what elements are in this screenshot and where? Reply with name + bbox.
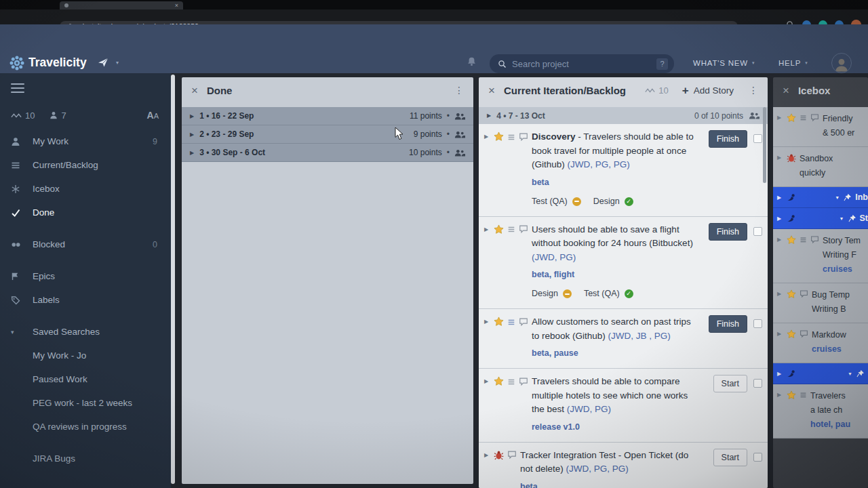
user-avatar[interactable] [831,53,852,73]
start-button[interactable]: Start [713,449,747,466]
start-button[interactable]: Start [713,375,747,392]
travelicity-logo-icon[interactable] [9,56,24,70]
add-story-button[interactable]: + Add Story [682,85,734,96]
done-iteration-row[interactable]: ▶ 3 • 30 Sep - 6 Oct 10 points • [182,144,473,162]
expand-caret-icon[interactable]: ▶ [777,392,783,398]
expand-caret-icon[interactable]: ▶ [777,331,783,337]
expand-caret-icon[interactable]: ▶ [484,319,490,325]
hamburger-icon[interactable] [11,83,24,93]
expand-caret-icon[interactable]: ▶ [484,134,490,140]
panel-scrollbar[interactable] [763,107,766,183]
close-icon[interactable]: × [191,85,198,96]
finish-button[interactable]: Finish [709,130,747,148]
story-labels[interactable]: beta, flight [532,268,694,281]
estimate-icon [800,391,807,399]
expand-caret-icon[interactable]: ▶ [190,150,194,156]
more-options-icon[interactable]: ⋮ [749,85,758,96]
expand-caret-icon[interactable]: ▶ [777,216,783,222]
close-icon[interactable]: × [783,85,789,96]
story-card[interactable]: ▶ Allow customers to search on past trip… [479,309,768,369]
expand-caret-icon[interactable]: ▶ [777,291,783,297]
expand-caret-icon[interactable]: ▶ [777,195,783,201]
close-icon[interactable]: × [488,85,495,96]
icebox-release-row-selected[interactable]: ▶ ▼ Inb [773,187,868,208]
panel-velocity[interactable]: 10 [645,85,668,96]
people-icon[interactable] [454,113,465,120]
story-labels[interactable]: beta [532,176,694,189]
notifications-bell-icon[interactable] [467,56,477,66]
story-title: Friendly & 500 er [823,112,868,140]
story-checkbox[interactable] [753,379,762,388]
sidebar-item-epics[interactable]: Epics [0,264,171,288]
finish-button[interactable]: Finish [709,223,747,241]
sidebar-item-blocked[interactable]: Blocked 0 [0,232,171,256]
whats-new-menu[interactable]: WHAT'S NEW ▾ [693,59,755,67]
saved-searches-header[interactable]: ▾ Saved Searches [0,320,171,344]
expand-caret-icon[interactable]: ▶ [190,131,194,138]
icebox-release-row-selected[interactable]: ▶ ▼ St [773,208,868,229]
expand-caret-icon[interactable]: ▶ [484,452,490,458]
sidebar-item-done[interactable]: Done [0,201,171,224]
members-stat[interactable]: 7 [50,110,66,121]
icebox-story-row[interactable]: ▶ Bug Temp Writing B [773,283,868,323]
velocity-stat[interactable]: 10 [11,110,35,121]
icebox-story-row[interactable]: ▶ Friendly & 500 er [773,107,868,147]
icebox-release-row-selected[interactable]: ▶ ▼ [773,363,868,384]
sidebar-item-current-backlog[interactable]: Current/Backlog [0,153,171,177]
expand-caret-icon[interactable]: ▶ [190,113,194,119]
story-checkbox[interactable] [753,227,762,236]
search-icon [498,60,507,68]
icebox-story-row[interactable]: ▶ Sandbox quickly [773,147,868,187]
icebox-story-row[interactable]: ▶ Travelers a late ch hotel, pau [773,384,868,439]
story-card[interactable]: ▶ Tracker Integration Test - Open Ticket… [479,443,768,488]
people-icon[interactable] [749,112,760,119]
expand-caret-icon[interactable]: ▶ [777,371,783,377]
more-options-icon[interactable]: ⋮ [454,85,464,96]
help-menu[interactable]: HELP ▾ [778,59,808,67]
search-input[interactable] [512,59,651,69]
saved-search-item[interactable]: PEG work - last 2 weeks [0,391,171,415]
tab-close-icon[interactable]: × [175,3,178,9]
story-checkbox[interactable] [753,134,762,143]
saved-search-item[interactable]: Paused Work [0,367,171,391]
saved-search-item[interactable]: QA reviews in progress [0,415,171,439]
expand-caret-icon[interactable]: ▶ [484,378,490,384]
story-labels[interactable]: cruises [823,262,868,277]
project-title[interactable]: Travelicity [28,56,87,70]
story-labels[interactable]: hotel, pau [810,418,868,432]
story-card[interactable]: ▶ Discovery - Travelers should be able t… [479,124,768,217]
sidebar: 10 7 AA My Work 9 Current/Backlog [0,73,171,488]
saved-search-item[interactable]: My Work - Jo [0,344,171,367]
story-checkbox[interactable] [753,319,762,328]
saved-search-item[interactable]: JIRA Bugs [0,447,171,470]
story-checkbox[interactable] [753,453,762,462]
sidebar-item-my-work[interactable]: My Work 9 [0,129,171,153]
browser-tab[interactable]: × [60,1,183,9]
story-labels[interactable]: beta, pause [532,347,694,360]
sidebar-scrollbar[interactable] [171,75,175,484]
sidebar-item-labels[interactable]: Labels [0,288,171,312]
expand-caret-icon[interactable]: ▶ [484,226,490,232]
text-size-control[interactable]: AA [147,110,159,121]
project-search[interactable]: ? [490,54,674,73]
expand-caret-icon[interactable]: ▶ [777,115,783,121]
done-iteration-row[interactable]: ▶ 2 • 23 - 29 Sep 9 points • [182,125,473,144]
story-card[interactable]: ▶ Users should be able to save a flight … [479,217,768,310]
sidebar-item-icebox[interactable]: Icebox [0,177,171,201]
expand-caret-icon[interactable]: ▶ [487,113,491,119]
story-labels[interactable]: release v1.0 [532,421,694,434]
people-icon[interactable] [454,149,465,157]
people-icon[interactable] [454,131,465,138]
icebox-story-row[interactable]: ▶ Markdow cruises [773,323,868,363]
icebox-story-row[interactable]: ▶ Story Tem Writing F cruises [773,229,868,283]
story-labels[interactable]: cruises [812,342,868,357]
iteration-header-row[interactable]: ▶ 4 • 7 - 13 Oct 0 of 10 points [479,107,768,124]
done-iteration-row[interactable]: ▶ 1 • 16 - 22 Sep 11 points • [182,107,473,125]
pivotal-tracker-app: × pivotaltracker.com/n/projects/2188852 … [0,0,868,488]
expand-caret-icon[interactable]: ▶ [777,237,783,243]
finish-button[interactable]: Finish [709,315,747,333]
story-labels[interactable]: beta [520,481,694,488]
project-caret-down-icon[interactable]: ▾ [116,60,119,66]
expand-caret-icon[interactable]: ▶ [777,155,783,161]
story-card[interactable]: ▶ Travelers should be able to compare mu… [479,369,768,443]
